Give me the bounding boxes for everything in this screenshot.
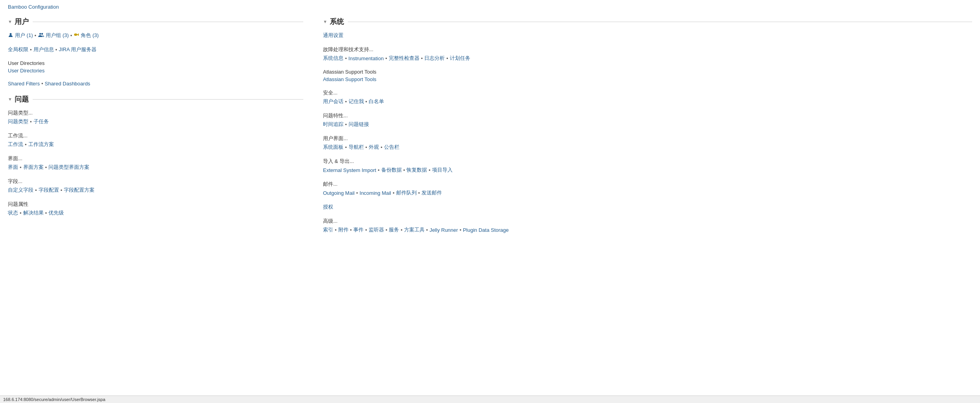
issues-section-header: ▼ 问题	[8, 94, 303, 104]
index-link[interactable]: 索引	[323, 226, 333, 233]
remember-me-link[interactable]: 记住我	[349, 98, 364, 105]
plugin-data-storage-link[interactable]: Plugin Data Storage	[463, 227, 509, 233]
whitelist-link[interactable]: 白名单	[369, 98, 384, 105]
user-sessions-link[interactable]: 用户会话	[323, 98, 343, 105]
issues-chevron-icon: ▼	[8, 97, 12, 102]
outgoing-mail-link[interactable]: Outgoing Mail	[323, 190, 355, 196]
screen-label: 界面...	[8, 155, 303, 162]
user-interface-row: 用户界面... 系统面板 • 导航栏 • 外观 • 公告栏	[323, 135, 972, 151]
system-chevron-icon: ▼	[323, 19, 327, 24]
fields-label: 字段...	[8, 178, 303, 185]
external-import-link[interactable]: External System Import	[323, 167, 376, 173]
sys-info-link[interactable]: 系统信息	[323, 55, 343, 62]
advanced-label: 高级...	[323, 218, 972, 225]
shared-row: Shared Filters • Shared Dashboards	[8, 81, 303, 87]
log-analysis-link[interactable]: 日志分析	[424, 55, 445, 62]
svg-point-0	[10, 33, 12, 35]
role-icon	[74, 32, 79, 39]
workflow-link[interactable]: 工作流	[8, 141, 23, 148]
security-row: 安全... 用户会话 • 记住我 • 白名单	[323, 89, 972, 105]
fields-row: 字段... 自定义字段 • 字段配置 • 字段配置方案	[8, 178, 303, 194]
issue-features-label: 问题特性...	[323, 112, 972, 119]
atlassian-support-link[interactable]: Atlassian Support Tools	[323, 76, 377, 82]
integrity-checker-link[interactable]: 完整性检查器	[389, 55, 419, 62]
screen-link[interactable]: 界面	[8, 164, 18, 171]
system-section-title: 系统	[330, 17, 344, 26]
import-export-label: 导入 & 导出...	[323, 158, 972, 165]
screen-scheme-link[interactable]: 界面方案	[23, 164, 44, 171]
subtask-link[interactable]: 子任务	[33, 118, 49, 125]
issue-attrs-label: 问题属性	[8, 201, 303, 208]
auth-link[interactable]: 授权	[323, 203, 333, 211]
svg-rect-5	[78, 33, 79, 36]
general-settings-link[interactable]: 通用设置	[323, 32, 343, 39]
status-link[interactable]: 状态	[8, 209, 18, 216]
issue-type-screen-scheme-link[interactable]: 问题类型界面方案	[48, 164, 89, 171]
custom-fields-link[interactable]: 自定义字段	[8, 187, 33, 194]
users-section-title: 用户	[15, 17, 29, 26]
users-divider	[33, 22, 303, 22]
look-feel-link[interactable]: 外观	[369, 144, 379, 151]
right-column: ▼ 系统 通用设置 故障处理和技术支持... 系统信息 • Instrument…	[315, 14, 972, 240]
permissions-row: 全局权限 • 用户信息 • JIRA 用户服务器	[8, 46, 303, 53]
svg-point-1	[39, 33, 41, 34]
jelly-runner-link[interactable]: Jelly Runner	[429, 227, 458, 233]
shared-dashboards-link[interactable]: Shared Dashboards	[45, 81, 90, 87]
import-export-row: 导入 & 导出... External System Import • 备份数据…	[323, 158, 972, 174]
troubleshoot-label: 故障处理和技术支持...	[323, 46, 972, 53]
restore-data-link[interactable]: 恢复数据	[406, 166, 427, 174]
issue-features-row: 问题特性... 时间追踪 • 问题链接	[323, 112, 972, 128]
workflow-scheme-link[interactable]: 工作流方案	[28, 141, 54, 148]
workflow-label: 工作流...	[8, 132, 303, 139]
mail-queue-link[interactable]: 邮件队列	[396, 189, 417, 196]
time-tracking-link[interactable]: 时间追踪	[323, 121, 343, 128]
priority-link[interactable]: 优先级	[48, 209, 64, 216]
security-label: 安全...	[323, 89, 972, 96]
jira-user-server-link[interactable]: JIRA 用户服务器	[59, 46, 97, 53]
field-config-scheme-link[interactable]: 字段配置方案	[64, 187, 95, 194]
announcement-link[interactable]: 公告栏	[384, 144, 399, 151]
groups-link[interactable]: 用户组 (3)	[46, 32, 69, 39]
user-info-link[interactable]: 用户信息	[33, 46, 54, 53]
global-permissions-link[interactable]: 全局权限	[8, 46, 28, 53]
users-section-header: ▼ 用户	[8, 17, 303, 26]
mail-row: 邮件... Outgoing Mail • Incoming Mail • 邮件…	[323, 181, 972, 196]
screen-row: 界面... 界面 • 界面方案 • 问题类型界面方案	[8, 155, 303, 171]
events-link[interactable]: 事件	[353, 226, 364, 233]
issues-section-title: 问题	[15, 94, 29, 104]
instrumentation-link[interactable]: Instrumentation	[349, 55, 384, 61]
group-icon	[38, 32, 44, 39]
issue-type-link[interactable]: 问题类型	[8, 118, 28, 125]
resolution-link[interactable]: 解决结果	[23, 209, 44, 216]
project-import-link[interactable]: 项目导入	[432, 166, 453, 174]
scheduled-tasks-link[interactable]: 计划任务	[450, 55, 470, 62]
system-divider	[348, 22, 972, 22]
user-interface-label: 用户界面...	[323, 135, 972, 142]
auth-row: 授权	[323, 203, 972, 211]
attachments-link[interactable]: 附件	[338, 226, 349, 233]
send-mail-link[interactable]: 发送邮件	[421, 189, 442, 196]
roles-link[interactable]: 角色 (3)	[81, 32, 99, 39]
issues-divider	[33, 99, 303, 100]
svg-point-2	[41, 33, 43, 34]
scheme-tools-link[interactable]: 方案工具	[404, 226, 425, 233]
incoming-mail-link[interactable]: Incoming Mail	[360, 190, 391, 196]
field-config-link[interactable]: 字段配置	[39, 187, 59, 194]
nav-bar-link[interactable]: 导航栏	[349, 144, 364, 151]
status-bar: 168.6.174:8080/secure/admin/user/UserBro…	[0, 396, 980, 403]
users-link[interactable]: 用户 (1)	[15, 32, 33, 39]
user-directories-link[interactable]: User Directories	[8, 68, 45, 74]
workflow-row: 工作流... 工作流 • 工作流方案	[8, 132, 303, 148]
dashboard-link[interactable]: 系统面板	[323, 144, 343, 151]
bamboo-config-link[interactable]: Bamboo Configuration	[8, 4, 59, 10]
services-link[interactable]: 服务	[389, 226, 399, 233]
shared-filters-link[interactable]: Shared Filters	[8, 81, 40, 87]
left-column: ▼ 用户 用户 (1) •	[8, 14, 315, 240]
troubleshoot-row: 故障处理和技术支持... 系统信息 • Instrumentation • 完整…	[323, 46, 972, 62]
backup-data-link[interactable]: 备份数据	[381, 166, 402, 174]
issue-linking-link[interactable]: 问题链接	[349, 121, 369, 128]
listeners-link[interactable]: 监听器	[369, 226, 384, 233]
advanced-row: 高级... 索引 • 附件 • 事件 • 监听器 • 服务 • 方案工具 • J…	[323, 218, 972, 233]
users-chevron-icon: ▼	[8, 19, 12, 24]
mail-label: 邮件...	[323, 181, 972, 188]
